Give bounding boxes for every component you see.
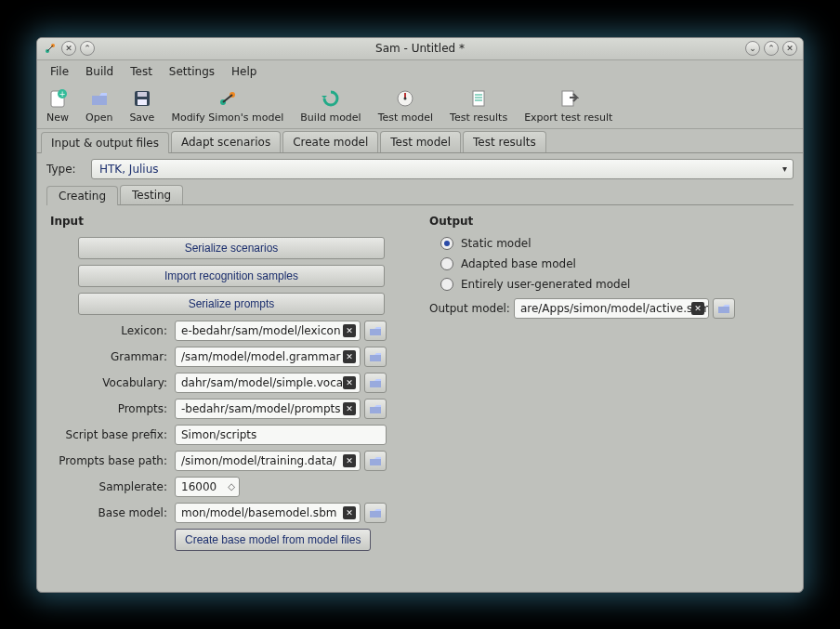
create-base-model-button[interactable]: Create base model from model files [175, 529, 371, 551]
toolbar-new[interactable]: + New [43, 85, 72, 125]
menu-test[interactable]: Test [123, 62, 160, 81]
subtab-creating[interactable]: Creating [46, 186, 118, 205]
prompts-clear-icon[interactable]: ✕ [343, 402, 356, 415]
folder-icon [369, 325, 382, 336]
prompts-input[interactable]: -bedahr/sam/model/prompts ✕ [175, 399, 361, 419]
radio-adapted-model[interactable] [440, 257, 453, 270]
tab-create-model[interactable]: Create model [282, 131, 378, 152]
vocabulary-value: dahr/sam/model/simple.voca [181, 376, 343, 389]
testmodel-icon [394, 87, 416, 110]
main-window: ✕ ⌃ Sam - Untitled * ⌄ ⌃ ✕ File Build Te… [36, 37, 804, 593]
prompts-base-clear-icon[interactable]: ✕ [343, 454, 356, 467]
svg-rect-8 [138, 99, 147, 105]
prompts-base-input[interactable]: /simon/model/training.data/ ✕ [175, 451, 361, 471]
output-model-input[interactable]: are/Apps/simon/model/active.sbm ✕ [514, 298, 709, 319]
grammar-input[interactable]: /sam/model/model.grammar ✕ [175, 347, 361, 367]
radio-static-model[interactable] [440, 237, 453, 250]
toolbar-testmodel[interactable]: Test model [374, 85, 437, 125]
serialize-scenarios-button[interactable]: Serialize scenarios [78, 237, 385, 259]
import-samples-button[interactable]: Import recognition samples [78, 265, 385, 287]
lexicon-input[interactable]: e-bedahr/sam/model/lexicon ✕ [175, 321, 361, 341]
folder-icon [369, 455, 382, 466]
output-model-browse-button[interactable] [713, 298, 735, 319]
app-icon [43, 41, 58, 56]
radio-static-label: Static model [461, 237, 532, 250]
output-header: Output [429, 215, 790, 228]
close-button[interactable]: ✕ [782, 41, 797, 56]
main-tab-strip: Input & output files Adapt scenarios Cre… [37, 129, 803, 153]
toolbar-testmodel-label: Test model [378, 111, 433, 124]
window-up-button[interactable]: ⌃ [80, 41, 95, 56]
toolbar-export-label: Export test result [524, 111, 612, 124]
vocabulary-clear-icon[interactable]: ✕ [343, 376, 356, 389]
maximize-button[interactable]: ⌃ [764, 41, 779, 56]
toolbar-save[interactable]: Save [125, 85, 158, 125]
svg-line-11 [223, 95, 232, 102]
menu-settings[interactable]: Settings [162, 62, 222, 81]
output-model-value: are/Apps/simon/model/active.sbm [520, 302, 709, 315]
toolbar-open-label: Open [85, 111, 112, 124]
svg-point-14 [404, 97, 407, 99]
basemodel-browse-button[interactable] [364, 503, 387, 523]
grammar-browse-button[interactable] [364, 347, 387, 367]
basemodel-label: Base model: [50, 506, 171, 519]
script-prefix-value: Simon/scripts [181, 428, 256, 441]
folder-icon [369, 403, 382, 414]
output-model-label: Output model: [429, 302, 510, 315]
save-icon [131, 87, 153, 110]
serialize-prompts-button[interactable]: Serialize prompts [78, 293, 385, 315]
prompts-base-browse-button[interactable] [364, 451, 387, 471]
menu-build[interactable]: Build [78, 62, 121, 81]
toolbar-export[interactable]: Export test result [520, 85, 616, 125]
minimize-button[interactable]: ⌄ [745, 41, 760, 56]
lexicon-label: Lexicon: [50, 324, 171, 337]
vocabulary-label: Vocabulary: [50, 376, 171, 389]
vocabulary-input[interactable]: dahr/sam/model/simple.voca ✕ [175, 373, 361, 393]
open-icon [88, 87, 111, 110]
vocabulary-browse-button[interactable] [364, 373, 387, 393]
toolbar-modify[interactable]: Modify Simon's model [167, 85, 287, 125]
basemodel-clear-icon[interactable]: ✕ [343, 506, 356, 519]
prompts-browse-button[interactable] [364, 399, 387, 419]
subtab-testing[interactable]: Testing [120, 185, 183, 204]
toolbar-modify-label: Modify Simon's model [171, 111, 283, 124]
lexicon-clear-icon[interactable]: ✕ [343, 324, 356, 337]
lexicon-browse-button[interactable] [364, 321, 387, 341]
script-prefix-label: Script base prefix: [50, 428, 171, 441]
radio-usergen-model[interactable] [440, 278, 453, 291]
new-icon: + [46, 87, 69, 110]
grammar-clear-icon[interactable]: ✕ [343, 350, 356, 363]
type-combo[interactable]: HTK, Julius [91, 159, 794, 179]
output-model-clear-icon[interactable]: ✕ [691, 302, 704, 315]
menu-file[interactable]: File [43, 62, 76, 81]
type-combo-value: HTK, Julius [99, 163, 159, 176]
samplerate-spin[interactable]: 16000 [175, 477, 240, 497]
radio-usergen-label: Entirely user-generated model [461, 278, 630, 291]
folder-icon [717, 303, 730, 314]
content-area: Type: HTK, Julius Creating Testing Input… [37, 153, 803, 568]
prompts-base-value: /simon/model/training.data/ [181, 454, 336, 467]
build-icon [320, 87, 342, 110]
toolbar-open[interactable]: Open [82, 85, 116, 125]
tab-test-model[interactable]: Test model [380, 131, 461, 152]
folder-icon [369, 507, 382, 518]
titlebar: ✕ ⌃ Sam - Untitled * ⌄ ⌃ ✕ [37, 38, 803, 60]
basemodel-input[interactable]: mon/model/basemodel.sbm ✕ [175, 503, 361, 523]
script-prefix-input[interactable]: Simon/scripts [175, 425, 387, 445]
subtab-strip: Creating Testing [46, 185, 794, 205]
tab-test-results[interactable]: Test results [463, 131, 546, 152]
toolbar-build[interactable]: Build model [296, 85, 364, 125]
prompts-base-label: Prompts base path: [50, 454, 171, 467]
type-label: Type: [46, 163, 84, 176]
window-menu-button[interactable]: ✕ [61, 41, 76, 56]
toolbar-new-label: New [46, 111, 69, 124]
menu-help[interactable]: Help [224, 62, 264, 81]
prompts-label: Prompts: [50, 402, 171, 415]
svg-rect-7 [138, 92, 147, 97]
tab-adapt-scenarios[interactable]: Adapt scenarios [171, 131, 281, 152]
tab-io-files[interactable]: Input & output files [41, 132, 169, 153]
testresults-icon [467, 87, 490, 110]
svg-line-2 [47, 46, 53, 51]
menubar: File Build Test Settings Help [37, 60, 803, 83]
toolbar-testresults[interactable]: Test results [446, 85, 511, 125]
